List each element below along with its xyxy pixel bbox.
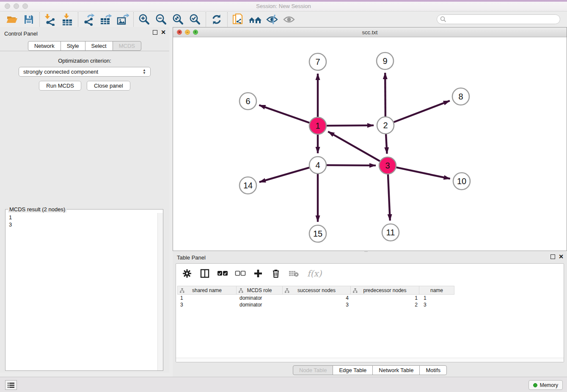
graph-node-label: 6: [245, 97, 250, 106]
tab-mcds[interactable]: MCDS: [113, 41, 141, 51]
hide-selected-button[interactable]: [264, 13, 281, 26]
graph-edge-2-9[interactable]: [385, 73, 385, 116]
export-table-button[interactable]: [97, 13, 114, 26]
eye-icon: [283, 13, 295, 26]
graph-edge-1-2[interactable]: [327, 125, 374, 126]
table-settings-button[interactable]: [181, 268, 193, 279]
save-icon: [23, 14, 34, 25]
tab-network[interactable]: Network: [28, 41, 61, 51]
function-builder-button[interactable]: f(x): [306, 268, 324, 279]
delete-table-button[interactable]: [288, 268, 300, 279]
graph-node-label: 9: [383, 56, 387, 66]
column-header-predecessor-nodes[interactable]: predecessor nodes: [350, 286, 419, 295]
show-columns-button[interactable]: [199, 268, 211, 279]
zoom-selected-button[interactable]: [187, 13, 204, 26]
dropdown-stepper-icon: ▲▼: [143, 69, 146, 75]
add-column-button[interactable]: [252, 268, 264, 279]
search-input[interactable]: [437, 14, 560, 24]
memory-button[interactable]: Memory: [528, 380, 563, 390]
close-panel-button[interactable]: Close panel: [87, 81, 130, 91]
search-field[interactable]: [437, 14, 560, 24]
table-panel-body: f(x) shared nameMCDS rolesuccessor nodes…: [176, 263, 564, 362]
tab-edge-table[interactable]: Edge Table: [333, 365, 373, 375]
graph-edge-3-1[interactable]: [328, 132, 380, 161]
tab-style[interactable]: Style: [61, 41, 85, 51]
status-bar: Memory: [0, 377, 567, 392]
graph-edge-3-11[interactable]: [388, 174, 390, 221]
tab-node-table[interactable]: Node Table: [293, 365, 333, 375]
tab-select[interactable]: Select: [85, 41, 113, 51]
table-horizontal-scrollbar[interactable]: [176, 358, 564, 362]
result-scrollbar[interactable]: [157, 213, 163, 370]
control-panel-title: Control Panel: [4, 30, 38, 37]
table-cell[interactable]: 3: [421, 301, 456, 308]
main-toolbar: [0, 11, 567, 27]
float-table-panel-icon[interactable]: [550, 254, 555, 259]
export-network-button[interactable]: [80, 13, 97, 26]
import-network-button[interactable]: [42, 13, 59, 26]
column-header-shared-name[interactable]: shared name: [177, 286, 237, 295]
graph-edge-2-8[interactable]: [394, 101, 450, 122]
criterion-dropdown[interactable]: strongly connected component ▲▼: [19, 67, 151, 77]
table-row[interactable]: 1dominator411: [177, 295, 456, 301]
export-image-button[interactable]: [114, 13, 131, 26]
graph-edge-4-3[interactable]: [327, 165, 376, 166]
hierarchy-icon: [285, 288, 289, 293]
toolbar-separator: [78, 12, 78, 27]
task-history-button[interactable]: [5, 380, 17, 390]
mcds-result-content[interactable]: 1 3: [6, 213, 157, 370]
table-cell[interactable]: 1: [421, 295, 456, 301]
close-table-panel-icon[interactable]: ✕: [559, 254, 564, 259]
graph-node-label: 10: [457, 177, 466, 186]
table-cell[interactable]: 1: [352, 295, 421, 301]
toolbar-separator: [206, 12, 206, 27]
table-cell[interactable]: 3: [283, 301, 352, 308]
select-all-button[interactable]: [217, 268, 228, 279]
hierarchy-icon: [239, 288, 243, 293]
show-hidden-button[interactable]: [281, 13, 297, 26]
delete-column-button[interactable]: [270, 268, 282, 279]
zoom-fit-button[interactable]: [170, 13, 187, 26]
graph-edge-1-6[interactable]: [259, 105, 309, 123]
import-table-button[interactable]: [59, 13, 76, 26]
graph-edge-4-14[interactable]: [259, 168, 309, 182]
table-cell[interactable]: 2: [352, 301, 421, 308]
export-network-icon: [83, 13, 95, 26]
network-graph[interactable]: 7968124314101511: [173, 37, 567, 251]
close-panel-icon[interactable]: ✕: [161, 30, 166, 35]
mcds-result-box: MCDS result (2 nodes) 1 3: [5, 209, 163, 371]
criterion-value: strongly connected component: [23, 69, 98, 75]
control-panel: Control Panel ✕ Network Style Select MCD…: [0, 27, 169, 373]
window-title: Session: New Session: [0, 3, 567, 9]
graph-edge-2-3[interactable]: [386, 134, 387, 154]
column-header-MCDS-role[interactable]: MCDS role: [236, 286, 283, 295]
deselect-all-button[interactable]: [234, 268, 246, 279]
column-header-name[interactable]: name: [419, 286, 454, 295]
table-cell[interactable]: 3: [177, 301, 237, 308]
zoom-out-icon: [155, 13, 168, 26]
zoom-out-button[interactable]: [153, 13, 170, 26]
import-table-icon: [61, 13, 74, 26]
save-session-button[interactable]: [20, 13, 37, 26]
network-window-titlebar[interactable]: ✕ − + scc.txt: [173, 28, 567, 37]
new-network-button[interactable]: [230, 13, 247, 26]
graph-edge-3-10[interactable]: [396, 167, 450, 179]
tab-motifs[interactable]: Motifs: [419, 365, 447, 375]
memory-status-icon: [533, 383, 537, 387]
float-panel-icon[interactable]: [153, 30, 157, 35]
toolbar-separator: [133, 12, 134, 27]
refresh-button[interactable]: [208, 13, 225, 26]
table-cell[interactable]: 4: [283, 295, 352, 301]
column-header-successor-nodes[interactable]: successor nodes: [282, 286, 351, 295]
table-cell[interactable]: 1: [177, 295, 237, 301]
table-cell[interactable]: dominator: [237, 301, 283, 308]
show-all-button[interactable]: [247, 13, 264, 26]
zoom-in-button[interactable]: [136, 13, 153, 26]
table-row[interactable]: 3dominator323: [177, 301, 456, 308]
open-session-button[interactable]: [3, 13, 20, 26]
table-cell[interactable]: dominator: [237, 295, 283, 301]
tab-network-table[interactable]: Network Table: [372, 365, 420, 375]
run-mcds-button[interactable]: Run MCDS: [39, 81, 81, 91]
graph-node-label: 11: [386, 228, 395, 237]
network-canvas[interactable]: 7968124314101511: [173, 37, 567, 251]
